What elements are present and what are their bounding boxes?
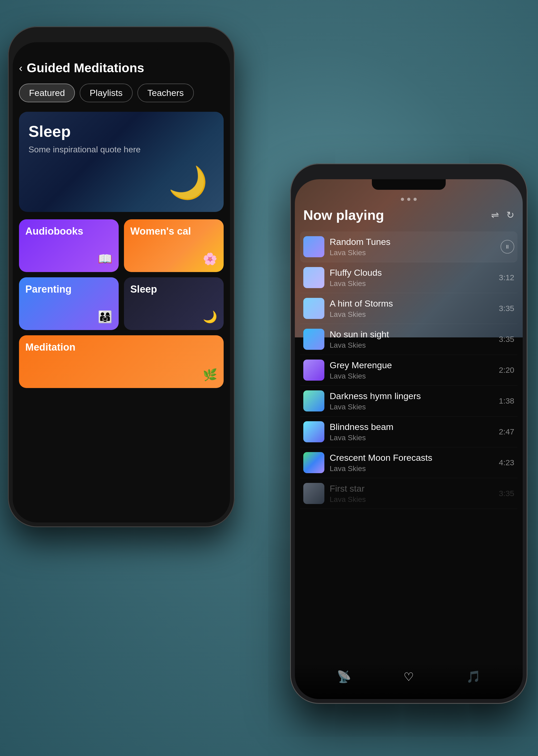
- track-artist: Lava Skies: [330, 433, 494, 442]
- track-info: No sun in sight Lava Skies: [330, 329, 494, 350]
- track-item[interactable]: Fluffy Clouds Lava Skies 3:12: [300, 262, 517, 293]
- womens-icon: 🌸: [203, 252, 217, 266]
- track-duration: 3:12: [499, 273, 514, 282]
- tabs-bar: Featured Playlists Teachers: [19, 83, 224, 102]
- track-item[interactable]: Blindness beam Lava Skies 2:47: [300, 417, 517, 447]
- audiobooks-icon: 📖: [98, 252, 112, 266]
- category-row-3: Meditation 🌿: [19, 335, 224, 388]
- bottom-navigation: 📡 ♡ 🎵: [295, 662, 523, 699]
- track-name: A hint of Storms: [330, 298, 494, 309]
- meditation-icon: 🌿: [203, 368, 217, 382]
- guided-meditations-header: ‹ Guided Meditations: [19, 61, 224, 75]
- sleep-card-quote: Some inspirational quote here: [28, 145, 214, 154]
- track-item[interactable]: Darkness hymn lingers Lava Skies 1:38: [300, 386, 517, 417]
- track-info: A hint of Storms Lava Skies: [330, 298, 494, 319]
- track-name: Grey Merengue: [330, 360, 494, 370]
- track-thumbnail: [303, 329, 324, 350]
- track-item[interactable]: A hint of Storms Lava Skies 3:35: [300, 293, 517, 324]
- track-info: First star Lava Skies: [330, 483, 494, 504]
- repeat-icon[interactable]: ↻: [506, 210, 514, 221]
- track-artist: Lava Skies: [330, 465, 494, 473]
- sleep-featured-card[interactable]: Sleep Some inspirational quote here: [19, 112, 224, 212]
- phone1-notch: [84, 42, 158, 53]
- track-item[interactable]: Random Tunes Lava Skies ⏸: [300, 231, 517, 262]
- track-name: Random Tunes: [330, 237, 495, 247]
- playback-controls: ⇌ ↻: [491, 210, 514, 221]
- track-thumbnail: [303, 421, 324, 442]
- dot-3: [413, 198, 417, 201]
- phone1-content: ‹ Guided Meditations Featured Playlists …: [13, 55, 230, 523]
- track-name: Blindness beam: [330, 422, 494, 432]
- drag-handle[interactable]: [295, 192, 523, 207]
- dot-1: [401, 198, 404, 201]
- track-duration: 3:35: [499, 304, 514, 313]
- now-playing-header: Now playing ⇌ ↻: [295, 207, 523, 223]
- track-artist: Lava Skies: [330, 403, 494, 411]
- track-thumbnail: [303, 298, 324, 319]
- sleep2-label: Sleep: [130, 284, 217, 295]
- meditation-label: Meditation: [25, 342, 217, 353]
- track-duration: 3:35: [499, 335, 514, 344]
- back-button[interactable]: ‹: [19, 63, 23, 73]
- category-sleep2[interactable]: Sleep 🌙: [124, 277, 224, 330]
- phone2-screen: Now playing ⇌ ↻ Random Tunes Lava Skies …: [295, 179, 523, 699]
- track-info: Crescent Moon Forecasts Lava Skies: [330, 453, 494, 473]
- phone2-content: Now playing ⇌ ↻ Random Tunes Lava Skies …: [295, 192, 523, 699]
- page-title: Guided Meditations: [27, 61, 144, 75]
- womens-label: Women's cal: [130, 226, 217, 237]
- tab-teachers[interactable]: Teachers: [137, 83, 194, 102]
- track-name: Darkness hymn lingers: [330, 391, 494, 401]
- dot-2: [407, 198, 410, 201]
- now-playing-title: Now playing: [303, 207, 384, 223]
- phone1-screen: ‹ Guided Meditations Featured Playlists …: [13, 42, 230, 523]
- category-parenting[interactable]: Parenting 👨‍👩‍👧: [19, 277, 119, 330]
- track-duration: 2:47: [499, 427, 514, 436]
- category-row-2: Parenting 👨‍👩‍👧 Sleep 🌙: [19, 277, 224, 330]
- track-name: Crescent Moon Forecasts: [330, 453, 494, 463]
- track-duration: 4:23: [499, 458, 514, 467]
- sleep2-icon: 🌙: [203, 310, 217, 324]
- track-thumbnail: [303, 390, 324, 412]
- track-item[interactable]: No sun in sight Lava Skies 3:35: [300, 324, 517, 355]
- track-artist: Lava Skies: [330, 372, 494, 380]
- track-thumbnail: [303, 360, 324, 380]
- category-womens[interactable]: Women's cal 🌸: [124, 219, 224, 272]
- track-duration: 2:20: [499, 366, 514, 375]
- playing-indicator: ⏸: [501, 240, 514, 254]
- track-name: No sun in sight: [330, 329, 494, 339]
- track-artist: Lava Skies: [330, 279, 494, 288]
- category-row-1: Audiobooks 📖 Women's cal 🌸: [19, 219, 224, 272]
- shuffle-icon[interactable]: ⇌: [491, 210, 499, 221]
- category-audiobooks[interactable]: Audiobooks 📖: [19, 219, 119, 272]
- tab-playlists[interactable]: Playlists: [80, 83, 133, 102]
- track-thumbnail: [303, 236, 324, 257]
- sleep-card-title: Sleep: [28, 122, 214, 140]
- track-info: Random Tunes Lava Skies: [330, 237, 495, 257]
- track-list: Random Tunes Lava Skies ⏸ Fluffy Clouds …: [295, 231, 523, 509]
- category-meditation[interactable]: Meditation 🌿: [19, 335, 224, 388]
- phone1-device: ‹ Guided Meditations Featured Playlists …: [8, 26, 235, 527]
- track-artist: Lava Skies: [330, 341, 494, 350]
- tab-featured[interactable]: Featured: [19, 83, 75, 102]
- heart-nav-icon[interactable]: ♡: [404, 670, 414, 683]
- track-item[interactable]: First star Lava Skies 3:35: [300, 478, 517, 509]
- track-duration: 3:35: [499, 489, 514, 498]
- audiobooks-label: Audiobooks: [25, 226, 112, 237]
- track-artist: Lava Skies: [330, 310, 494, 319]
- track-thumbnail: [303, 452, 324, 473]
- track-info: Blindness beam Lava Skies: [330, 422, 494, 442]
- track-name: Fluffy Clouds: [330, 268, 494, 278]
- parenting-icon: 👨‍👩‍👧: [98, 310, 112, 324]
- music-nav-icon[interactable]: 🎵: [466, 670, 481, 683]
- track-item[interactable]: Grey Merengue Lava Skies 2:20: [300, 355, 517, 386]
- track-duration: 1:38: [499, 396, 514, 405]
- podcast-nav-icon[interactable]: 📡: [337, 670, 351, 683]
- track-thumbnail: [303, 267, 324, 288]
- phone2-device: Now playing ⇌ ↻ Random Tunes Lava Skies …: [290, 164, 527, 704]
- track-name: First star: [330, 483, 494, 494]
- track-item[interactable]: Crescent Moon Forecasts Lava Skies 4:23: [300, 447, 517, 478]
- track-thumbnail: [303, 483, 324, 504]
- track-artist: Lava Skies: [330, 249, 495, 257]
- track-info: Fluffy Clouds Lava Skies: [330, 268, 494, 288]
- track-info: Darkness hymn lingers Lava Skies: [330, 391, 494, 411]
